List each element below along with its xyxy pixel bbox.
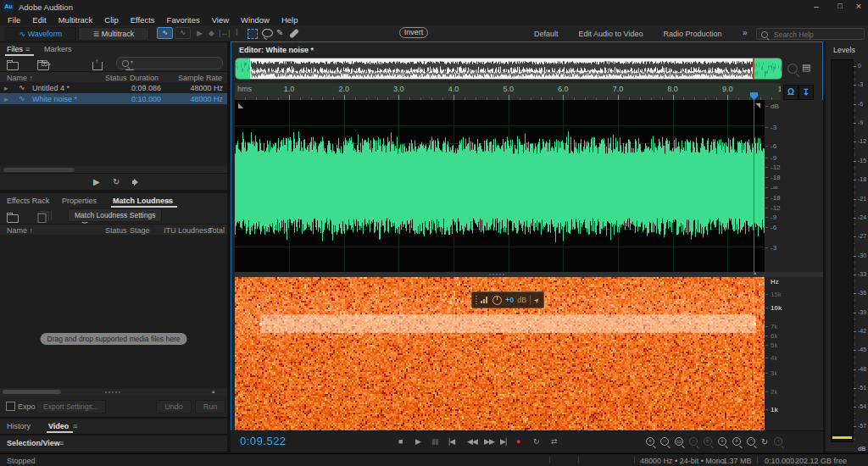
workspace-default[interactable]: Default: [534, 30, 559, 38]
match-loudness-settings-button[interactable]: Match Loudness Settings: [68, 208, 162, 222]
spectral-selection[interactable]: [261, 315, 755, 332]
zoom-out-time-button[interactable]: −: [660, 437, 669, 446]
search-help-input[interactable]: [772, 29, 860, 41]
zoom-in-time-button[interactable]: +: [646, 437, 654, 446]
column-status[interactable]: Status: [105, 74, 127, 82]
lasso-selection-tool-icon[interactable]: [262, 29, 273, 37]
menu-clip[interactable]: Clip: [98, 15, 124, 25]
tab-video[interactable]: Video: [48, 422, 69, 430]
tab-history[interactable]: History: [7, 422, 31, 430]
gain-corner-tl-icon[interactable]: ◣: [238, 102, 243, 109]
tab-files[interactable]: Files: [7, 45, 23, 53]
invert-button[interactable]: Invert: [399, 27, 428, 38]
auto-play-button[interactable]: ↻: [113, 177, 120, 186]
selection-handle-left[interactable]: [259, 323, 262, 325]
razor-tool-icon[interactable]: ◆: [209, 29, 214, 37]
zoom-in-at-out-point-button[interactable]: +: [732, 437, 741, 446]
marquee-selection-tool-icon[interactable]: [248, 29, 258, 39]
show-waveform-view-button[interactable]: ∿: [157, 27, 173, 39]
export-checkbox[interactable]: [6, 402, 15, 411]
scrollbar-thumb[interactable]: [3, 168, 75, 172]
tab-effects-rack[interactable]: Effects Rack: [7, 197, 49, 205]
skip-to-end-button[interactable]: ▶|: [500, 434, 506, 449]
skip-selection-button[interactable]: ⇄: [551, 434, 557, 449]
menu-edit[interactable]: Edit: [26, 15, 52, 25]
files-scrollbar[interactable]: [0, 167, 227, 173]
scroll-arrow-icon[interactable]: ▴: [212, 388, 215, 395]
workspace-edit-audio-to-video[interactable]: Edit Audio to Video: [579, 30, 643, 38]
zoom-in-at-in-point-button[interactable]: +: [718, 437, 726, 446]
video-panel-menu-icon[interactable]: ≡: [73, 422, 77, 430]
column-stage[interactable]: Stage: [130, 226, 150, 235]
file-row[interactable]: ▸∿White noise *0:10.00048000 Hz: [0, 93, 227, 104]
expand-row-icon[interactable]: ▸: [4, 95, 8, 103]
open-file-icon[interactable]: [7, 62, 19, 70]
menu-file[interactable]: File: [2, 15, 26, 25]
column-name[interactable]: Name ↑: [7, 226, 33, 235]
tab-markers[interactable]: Markers: [44, 45, 72, 53]
tab-match-loudness[interactable]: Match Loudness: [113, 197, 173, 205]
magnify-tool-button[interactable]: +: [774, 437, 782, 446]
expand-row-icon[interactable]: ▸: [4, 84, 8, 92]
undo-button[interactable]: Undo: [156, 400, 192, 413]
files-search-field[interactable]: ▾: [116, 57, 223, 69]
close-button[interactable]: ×: [851, 1, 866, 11]
zoom-to-selection-button[interactable]: ▭: [675, 437, 683, 446]
restore-last-zoom-button[interactable]: ↻: [761, 437, 768, 447]
zoom-reset-button[interactable]: ✳: [704, 437, 712, 446]
hud-gain-value[interactable]: +0: [505, 296, 514, 304]
stop-button[interactable]: ■: [398, 434, 402, 449]
panel-grip[interactable]: [105, 391, 122, 393]
menu-window[interactable]: Window: [235, 15, 275, 25]
column-itu-loudness[interactable]: ITU Loudness: [164, 226, 211, 235]
splitter-grip[interactable]: [489, 274, 504, 275]
file-row[interactable]: ▸∿Untitled 4 *0:09.08648000 Hz: [0, 82, 227, 93]
column-status[interactable]: Status: [105, 226, 127, 235]
multitrack-mode-button[interactable]: ≣ Multitrack: [78, 27, 149, 41]
column-sample-rate[interactable]: Sample Rate: [178, 74, 222, 82]
gain-corner-tr-icon[interactable]: ◥: [755, 102, 760, 109]
run-button[interactable]: Run: [195, 400, 225, 413]
minimize-button[interactable]: –: [807, 2, 826, 11]
menu-view[interactable]: View: [206, 15, 235, 25]
gain-hud[interactable]: +0 dB ➤: [471, 291, 544, 308]
ruler-unit-label[interactable]: hms: [237, 85, 252, 93]
paintbrush-tool-icon[interactable]: ✎: [276, 28, 283, 37]
maximize-button[interactable]: □: [831, 2, 849, 10]
spot-healing-brush-icon[interactable]: [289, 28, 299, 38]
time-selection-tool-icon[interactable]: |↔|: [219, 29, 231, 37]
insert-into-multitrack-icon[interactable]: [92, 62, 103, 70]
time-display[interactable]: 0:09.522: [240, 435, 287, 447]
gain-knob-icon[interactable]: [492, 296, 502, 305]
menu-help[interactable]: Help: [275, 15, 304, 25]
loop-audition-speaker-icon[interactable]: [132, 179, 140, 186]
waveform-view[interactable]: [235, 100, 765, 272]
level-meter[interactable]: [831, 59, 854, 442]
tab-properties[interactable]: Properties: [62, 197, 97, 205]
show-spectral-view-button[interactable]: ∿: [175, 27, 191, 39]
new-file-icon[interactable]: ⊞▾: [41, 58, 50, 68]
pause-button[interactable]: ▮▮: [431, 434, 438, 449]
editor-menu-icon[interactable]: ≡: [302, 46, 306, 54]
preview-play-button[interactable]: ▶: [93, 177, 100, 186]
files-panel-menu-icon[interactable]: ≡: [25, 45, 30, 53]
marker-pin-button[interactable]: ↧: [798, 85, 814, 100]
export-settings-button[interactable]: Export Settings...: [36, 400, 106, 413]
column-name[interactable]: Name ↑: [7, 74, 33, 82]
move-tool-icon[interactable]: ▶: [197, 29, 203, 37]
waveform-mode-button[interactable]: ∿ Waveform: [5, 27, 76, 41]
loudness-scrollbar[interactable]: ▴: [0, 389, 227, 396]
menu-multitrack[interactable]: Multitrack: [53, 15, 99, 25]
overview-zoom-icon[interactable]: [787, 64, 798, 74]
fast-forward-button[interactable]: ▶▶: [484, 434, 494, 449]
ibeam-tool-icon[interactable]: I: [236, 28, 238, 37]
hud-grip[interactable]: [476, 296, 477, 304]
workspace-overflow-button[interactable]: »: [743, 28, 748, 37]
search-help-box[interactable]: [756, 28, 865, 40]
rewind-button[interactable]: ◀◀: [467, 434, 477, 449]
loop-playback-button[interactable]: ↻: [533, 434, 539, 449]
play-button[interactable]: ▶: [415, 434, 420, 449]
menu-favorites[interactable]: Favorites: [161, 15, 206, 25]
column-duration[interactable]: Duration: [130, 74, 159, 82]
duplicate-icon[interactable]: [38, 214, 47, 223]
